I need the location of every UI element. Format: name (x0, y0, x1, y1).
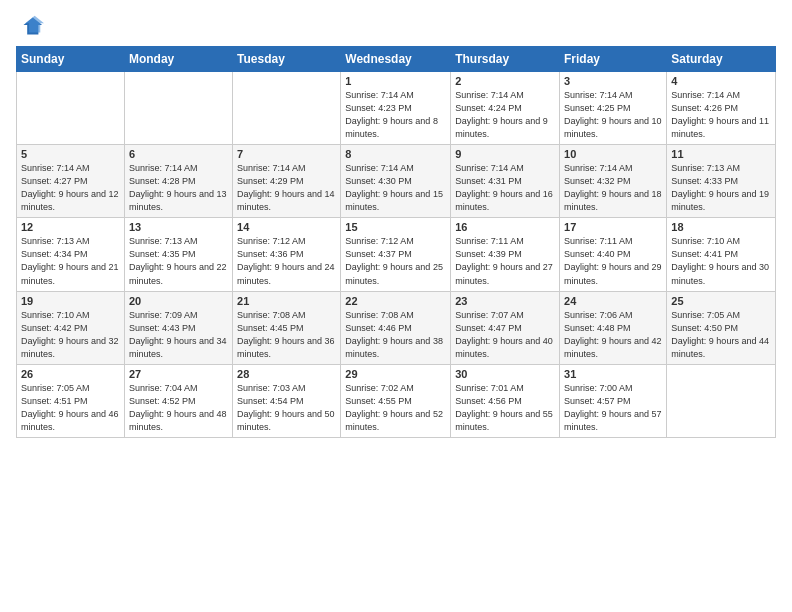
day-number: 21 (237, 295, 336, 307)
calendar-cell: 31 Sunrise: 7:00 AMSunset: 4:57 PMDaylig… (560, 364, 667, 437)
day-number: 16 (455, 221, 555, 233)
day-info: Sunrise: 7:00 AMSunset: 4:57 PMDaylight:… (564, 382, 662, 434)
day-info: Sunrise: 7:10 AMSunset: 4:41 PMDaylight:… (671, 235, 771, 287)
day-header-thursday: Thursday (451, 47, 560, 72)
day-header-friday: Friday (560, 47, 667, 72)
calendar-cell: 30 Sunrise: 7:01 AMSunset: 4:56 PMDaylig… (451, 364, 560, 437)
day-info: Sunrise: 7:11 AMSunset: 4:40 PMDaylight:… (564, 235, 662, 287)
day-info: Sunrise: 7:14 AMSunset: 4:23 PMDaylight:… (345, 89, 446, 141)
day-number: 19 (21, 295, 120, 307)
day-info: Sunrise: 7:03 AMSunset: 4:54 PMDaylight:… (237, 382, 336, 434)
calendar-cell: 22 Sunrise: 7:08 AMSunset: 4:46 PMDaylig… (341, 291, 451, 364)
page: SundayMondayTuesdayWednesdayThursdayFrid… (0, 0, 792, 454)
calendar-cell: 5 Sunrise: 7:14 AMSunset: 4:27 PMDayligh… (17, 145, 125, 218)
day-info: Sunrise: 7:05 AMSunset: 4:50 PMDaylight:… (671, 309, 771, 361)
day-info: Sunrise: 7:14 AMSunset: 4:28 PMDaylight:… (129, 162, 228, 214)
calendar-cell (17, 72, 125, 145)
day-number: 22 (345, 295, 446, 307)
week-row-2: 5 Sunrise: 7:14 AMSunset: 4:27 PMDayligh… (17, 145, 776, 218)
day-info: Sunrise: 7:14 AMSunset: 4:27 PMDaylight:… (21, 162, 120, 214)
day-info: Sunrise: 7:14 AMSunset: 4:26 PMDaylight:… (671, 89, 771, 141)
day-number: 15 (345, 221, 446, 233)
calendar-cell: 23 Sunrise: 7:07 AMSunset: 4:47 PMDaylig… (451, 291, 560, 364)
calendar-cell: 7 Sunrise: 7:14 AMSunset: 4:29 PMDayligh… (233, 145, 341, 218)
calendar-cell: 4 Sunrise: 7:14 AMSunset: 4:26 PMDayligh… (667, 72, 776, 145)
calendar-cell: 8 Sunrise: 7:14 AMSunset: 4:30 PMDayligh… (341, 145, 451, 218)
day-info: Sunrise: 7:13 AMSunset: 4:34 PMDaylight:… (21, 235, 120, 287)
day-number: 9 (455, 148, 555, 160)
calendar-cell: 1 Sunrise: 7:14 AMSunset: 4:23 PMDayligh… (341, 72, 451, 145)
logo-icon (16, 12, 44, 40)
calendar-cell: 11 Sunrise: 7:13 AMSunset: 4:33 PMDaylig… (667, 145, 776, 218)
day-number: 11 (671, 148, 771, 160)
calendar-cell: 12 Sunrise: 7:13 AMSunset: 4:34 PMDaylig… (17, 218, 125, 291)
day-number: 27 (129, 368, 228, 380)
day-number: 12 (21, 221, 120, 233)
day-info: Sunrise: 7:08 AMSunset: 4:46 PMDaylight:… (345, 309, 446, 361)
day-info: Sunrise: 7:12 AMSunset: 4:37 PMDaylight:… (345, 235, 446, 287)
calendar-cell: 24 Sunrise: 7:06 AMSunset: 4:48 PMDaylig… (560, 291, 667, 364)
calendar-cell: 15 Sunrise: 7:12 AMSunset: 4:37 PMDaylig… (341, 218, 451, 291)
calendar-cell: 2 Sunrise: 7:14 AMSunset: 4:24 PMDayligh… (451, 72, 560, 145)
calendar-cell: 29 Sunrise: 7:02 AMSunset: 4:55 PMDaylig… (341, 364, 451, 437)
day-info: Sunrise: 7:07 AMSunset: 4:47 PMDaylight:… (455, 309, 555, 361)
day-info: Sunrise: 7:11 AMSunset: 4:39 PMDaylight:… (455, 235, 555, 287)
day-info: Sunrise: 7:13 AMSunset: 4:33 PMDaylight:… (671, 162, 771, 214)
day-info: Sunrise: 7:04 AMSunset: 4:52 PMDaylight:… (129, 382, 228, 434)
day-header-saturday: Saturday (667, 47, 776, 72)
day-number: 7 (237, 148, 336, 160)
week-row-1: 1 Sunrise: 7:14 AMSunset: 4:23 PMDayligh… (17, 72, 776, 145)
day-number: 26 (21, 368, 120, 380)
day-info: Sunrise: 7:14 AMSunset: 4:30 PMDaylight:… (345, 162, 446, 214)
calendar-cell: 10 Sunrise: 7:14 AMSunset: 4:32 PMDaylig… (560, 145, 667, 218)
day-info: Sunrise: 7:12 AMSunset: 4:36 PMDaylight:… (237, 235, 336, 287)
day-number: 24 (564, 295, 662, 307)
calendar-cell: 17 Sunrise: 7:11 AMSunset: 4:40 PMDaylig… (560, 218, 667, 291)
day-number: 10 (564, 148, 662, 160)
day-number: 3 (564, 75, 662, 87)
day-number: 29 (345, 368, 446, 380)
day-header-sunday: Sunday (17, 47, 125, 72)
calendar-cell: 3 Sunrise: 7:14 AMSunset: 4:25 PMDayligh… (560, 72, 667, 145)
header (16, 12, 776, 40)
day-number: 18 (671, 221, 771, 233)
day-info: Sunrise: 7:14 AMSunset: 4:24 PMDaylight:… (455, 89, 555, 141)
week-row-5: 26 Sunrise: 7:05 AMSunset: 4:51 PMDaylig… (17, 364, 776, 437)
day-info: Sunrise: 7:14 AMSunset: 4:29 PMDaylight:… (237, 162, 336, 214)
day-number: 5 (21, 148, 120, 160)
day-number: 4 (671, 75, 771, 87)
day-number: 17 (564, 221, 662, 233)
day-header-tuesday: Tuesday (233, 47, 341, 72)
day-header-wednesday: Wednesday (341, 47, 451, 72)
day-number: 23 (455, 295, 555, 307)
day-info: Sunrise: 7:09 AMSunset: 4:43 PMDaylight:… (129, 309, 228, 361)
calendar-cell: 16 Sunrise: 7:11 AMSunset: 4:39 PMDaylig… (451, 218, 560, 291)
calendar-cell: 25 Sunrise: 7:05 AMSunset: 4:50 PMDaylig… (667, 291, 776, 364)
calendar-cell: 9 Sunrise: 7:14 AMSunset: 4:31 PMDayligh… (451, 145, 560, 218)
calendar-cell: 28 Sunrise: 7:03 AMSunset: 4:54 PMDaylig… (233, 364, 341, 437)
day-number: 28 (237, 368, 336, 380)
day-header-row: SundayMondayTuesdayWednesdayThursdayFrid… (17, 47, 776, 72)
week-row-3: 12 Sunrise: 7:13 AMSunset: 4:34 PMDaylig… (17, 218, 776, 291)
day-number: 1 (345, 75, 446, 87)
day-info: Sunrise: 7:13 AMSunset: 4:35 PMDaylight:… (129, 235, 228, 287)
day-info: Sunrise: 7:02 AMSunset: 4:55 PMDaylight:… (345, 382, 446, 434)
day-info: Sunrise: 7:08 AMSunset: 4:45 PMDaylight:… (237, 309, 336, 361)
day-info: Sunrise: 7:14 AMSunset: 4:31 PMDaylight:… (455, 162, 555, 214)
calendar-cell: 14 Sunrise: 7:12 AMSunset: 4:36 PMDaylig… (233, 218, 341, 291)
day-info: Sunrise: 7:14 AMSunset: 4:32 PMDaylight:… (564, 162, 662, 214)
day-info: Sunrise: 7:05 AMSunset: 4:51 PMDaylight:… (21, 382, 120, 434)
day-number: 25 (671, 295, 771, 307)
day-number: 30 (455, 368, 555, 380)
calendar-cell (124, 72, 232, 145)
day-info: Sunrise: 7:06 AMSunset: 4:48 PMDaylight:… (564, 309, 662, 361)
day-number: 6 (129, 148, 228, 160)
calendar-cell: 19 Sunrise: 7:10 AMSunset: 4:42 PMDaylig… (17, 291, 125, 364)
calendar: SundayMondayTuesdayWednesdayThursdayFrid… (16, 46, 776, 438)
day-number: 31 (564, 368, 662, 380)
calendar-cell: 21 Sunrise: 7:08 AMSunset: 4:45 PMDaylig… (233, 291, 341, 364)
calendar-cell (667, 364, 776, 437)
day-number: 14 (237, 221, 336, 233)
calendar-cell: 20 Sunrise: 7:09 AMSunset: 4:43 PMDaylig… (124, 291, 232, 364)
day-info: Sunrise: 7:01 AMSunset: 4:56 PMDaylight:… (455, 382, 555, 434)
